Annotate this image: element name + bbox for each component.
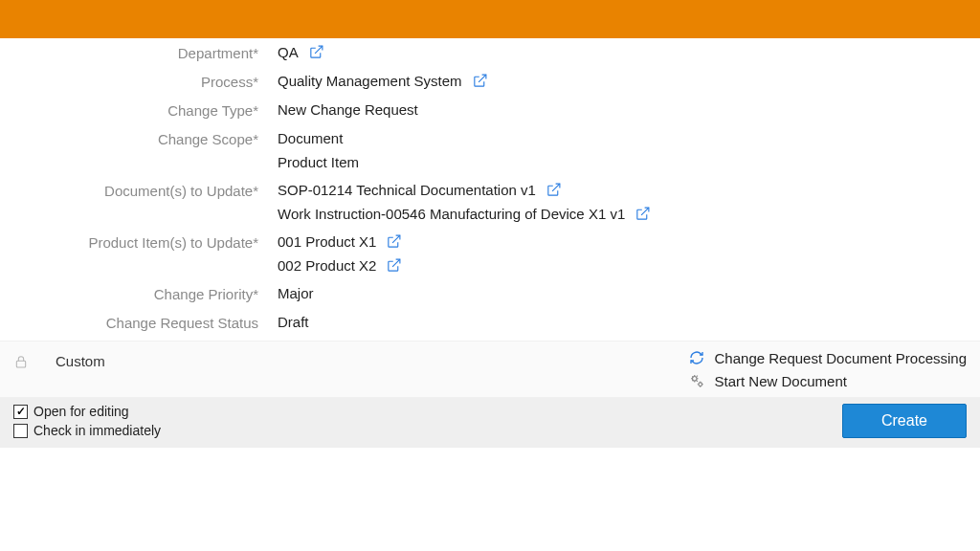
row-status: Change Request Status Draft: [0, 312, 980, 331]
label-docs-to-update: Document(s) to Update*: [0, 180, 278, 199]
cycle-icon: [688, 349, 705, 366]
row-priority: Change Priority* Major: [0, 283, 980, 302]
section-bar-custom: Custom Change Request Document Processin…: [0, 341, 980, 398]
action-start-new-document[interactable]: Start New Document: [688, 372, 967, 389]
open-link-icon[interactable]: [546, 182, 562, 198]
value-process: Quality Management System: [278, 73, 462, 89]
checkbox-label-checkin: Check in immediately: [33, 423, 161, 438]
value-product-0: 001 Product X1: [278, 233, 376, 250]
checkbox-icon: [13, 405, 28, 419]
checkbox-open-for-editing[interactable]: Open for editing: [13, 404, 161, 419]
action-change-request-processing[interactable]: Change Request Document Processing: [688, 349, 967, 366]
row-product-items: Product Item(s) to Update* 001 Product X…: [0, 231, 980, 274]
label-department: Department*: [0, 42, 278, 61]
open-link-icon[interactable]: [308, 44, 324, 60]
value-change-scope-0: Document: [278, 130, 343, 146]
checkbox-check-in-immediately[interactable]: Check in immediately: [13, 423, 161, 438]
section-title: Custom: [56, 349, 105, 369]
form-area: Department* QA Process* Quality Manageme…: [0, 38, 980, 331]
open-link-icon[interactable]: [472, 73, 488, 89]
value-change-type: New Change Request: [278, 101, 418, 118]
value-doc-0: SOP-01214 Technical Documentation v1: [278, 182, 536, 198]
value-doc-1: Work Instruction-00546 Manufacturing of …: [278, 206, 625, 222]
checkbox-label-open: Open for editing: [33, 404, 129, 419]
action-label-start-new: Start New Document: [715, 373, 847, 389]
open-link-icon[interactable]: [635, 206, 651, 222]
checkbox-icon: [13, 424, 28, 438]
top-bar: [0, 0, 980, 38]
create-button[interactable]: Create: [842, 404, 967, 438]
row-change-scope: Change Scope* Document Product Item: [0, 128, 980, 170]
svg-rect-0: [16, 361, 25, 367]
row-process: Process* Quality Management System: [0, 71, 980, 90]
value-status: Draft: [278, 314, 309, 330]
label-priority: Change Priority*: [0, 283, 278, 302]
open-link-icon[interactable]: [386, 233, 402, 250]
open-link-icon[interactable]: [386, 257, 402, 274]
label-status: Change Request Status: [0, 312, 278, 331]
label-process: Process*: [0, 71, 278, 90]
value-priority: Major: [278, 285, 314, 301]
svg-point-2: [698, 383, 702, 386]
label-change-type: Change Type*: [0, 99, 278, 119]
lock-icon: [13, 349, 29, 370]
label-product-items: Product Item(s) to Update*: [0, 231, 278, 251]
label-change-scope: Change Scope*: [0, 128, 278, 147]
value-department: QA: [278, 44, 299, 60]
value-product-1: 002 Product X2: [278, 257, 376, 274]
action-label-processing: Change Request Document Processing: [715, 350, 967, 366]
row-department: Department* QA: [0, 42, 980, 61]
value-change-scope-1: Product Item: [278, 154, 359, 170]
gears-icon: [688, 372, 705, 389]
row-docs-to-update: Document(s) to Update* SOP-01214 Technic…: [0, 180, 980, 222]
row-change-type: Change Type* New Change Request: [0, 99, 980, 119]
footer-bar: Open for editing Check in immediately Cr…: [0, 398, 980, 448]
